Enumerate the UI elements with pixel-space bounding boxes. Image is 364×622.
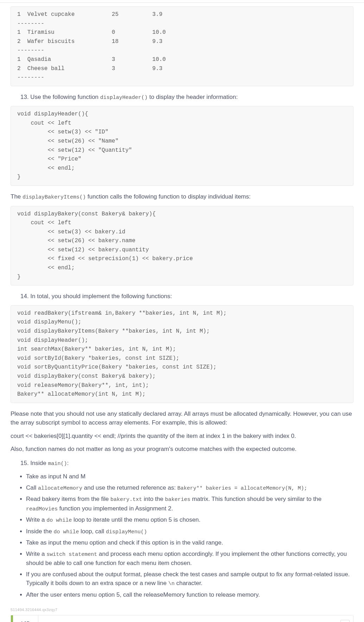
after-header-prefix: The [11,193,23,200]
note-static-array: Please note that you should not use any … [11,409,353,427]
inline-code: do while [46,517,72,523]
main-fn: main() [48,461,67,467]
inline-code: bakeries [165,497,190,503]
after-header-suffix: function calls the following function to… [86,193,251,200]
note-fn-names: Also, function names do not matter as lo… [11,445,353,454]
item-14: 14. In total, you should implement the f… [20,292,353,301]
note-example-line: court << bakeries[0][1].quantity << endl… [11,432,353,441]
display-header-fn: displayHeader() [100,95,148,101]
list-item: Write a do while loop to iterate until t… [26,515,353,525]
display-bakery-items-fn: displayBakeryItems() [23,194,86,200]
item-13: 13. Use the following function displayHe… [20,93,353,102]
code-display-header: void displayHeader(){ cout << left << se… [11,106,353,186]
lab-activity-card: LAB ACTIVITY 12.10.1: PA#3 Pointers 0 / … [11,615,353,622]
code-signatures: void readBakery(ifstream& in,Bakery **ba… [11,305,353,403]
inline-code: displayMenu() [106,529,147,535]
after-header-para: The displayBakeryItems() function calls … [11,192,353,202]
list-item: Call allocateMemory and use the returned… [26,483,353,493]
content-area: 1 Velvet cupcake 25 3.9 -------- 1 Tiram… [0,6,364,599]
score-bookmark-icon[interactable] [340,620,350,622]
output-sample-block: 1 Velvet cupcake 25 3.9 -------- 1 Tiram… [11,6,353,86]
list-item: If you are confused about the output for… [26,570,353,588]
list-item: Inside the do while loop, call displayMe… [26,527,353,536]
inline-code: Bakery** bakeries = allocateMemory(N, M)… [177,485,307,491]
item-15-prefix: 15. Inside [20,460,48,466]
list-item: Take as input N and M [26,472,353,481]
lab-score-text: 0 / 70 [321,621,337,622]
list-item: Write a switch statement and process eac… [26,549,353,568]
list-item: Read bakery items from the file bakery.t… [26,495,353,513]
inline-code: allocateMemory [38,485,82,491]
item-13-prefix: 13. Use the following function [20,94,100,100]
lab-title: 12.10.1: PA#3 Pointers [38,615,321,622]
main-bullet-list: Take as input N and MCall allocateMemory… [26,472,353,599]
inline-code: bakery.txt [110,497,142,503]
item-13-suffix: to display the header information: [148,94,238,100]
lab-tag-line1: LAB [21,621,30,622]
lab-tag: LAB ACTIVITY [13,615,38,622]
inline-code: do while [53,529,79,535]
tiny-id: 511494.3216444.qx3zqy7 [11,607,364,613]
code-display-bakery: void displayBakery(const Bakery& bakery)… [11,206,353,286]
list-item: Take as input the menu option and check … [26,538,353,547]
inline-code: switch statement [46,552,97,558]
lab-header: LAB ACTIVITY 12.10.1: PA#3 Pointers 0 / … [11,615,353,622]
top-divider [0,0,364,3]
list-item: After the user enters menu option 5, cal… [26,590,353,599]
lab-score: 0 / 70 [321,615,353,622]
inline-code: \n [168,581,174,587]
inline-code: readMovies [26,506,58,512]
item-15-suffix: : [67,460,69,466]
item-15: 15. Inside main(): [20,459,353,468]
